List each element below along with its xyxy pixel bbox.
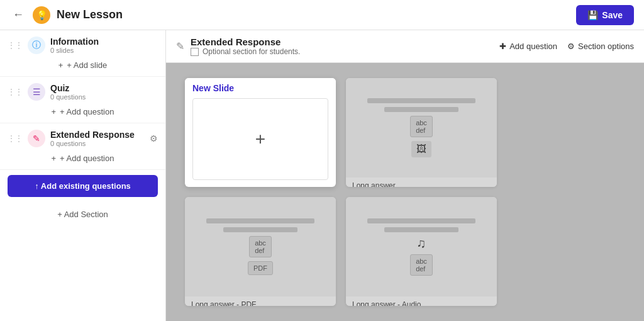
app-icon: 💡 (33, 6, 50, 24)
content-topbar: ✎ Extended Response Optional section for… (166, 30, 644, 63)
plus-icon: + (52, 107, 57, 116)
add-slide-button[interactable]: + + Add slide (0, 57, 165, 76)
text-box-pdf-icon: abcdef (249, 236, 272, 257)
template-card-long-answer-audio[interactable]: ♫ abcdef Long answer - Audio (346, 197, 497, 306)
template-card-long-answer-pdf[interactable]: abcdef PDF Long answer - PDF (185, 197, 336, 306)
add-question-quiz-button[interactable]: + + Add question (0, 103, 165, 123)
plus-icon: + (58, 60, 64, 70)
section-name-extended: Extended Response (50, 130, 145, 140)
template-line-pdf-2 (223, 227, 298, 232)
extended-section-icon: ✎ (28, 130, 45, 147)
template-line-audio-2 (384, 227, 459, 232)
add-question-topbar-button[interactable]: ✚ Add question (499, 42, 557, 51)
template-line-pdf-1 (206, 218, 315, 223)
plus-icon: + (52, 154, 57, 163)
new-slide-label: New Slide (185, 78, 336, 98)
edit-icon[interactable]: ✎ (176, 40, 184, 52)
add-existing-button[interactable]: ↑ Add existing questions (8, 175, 158, 197)
header-left: ← 💡 New Lesson (10, 6, 123, 24)
section-item-information: ⋮⋮ ⓘ Information 0 slides + + Add slide (0, 30, 165, 77)
section-text-information: Information 0 slides (50, 37, 158, 54)
section-header-information[interactable]: ⋮⋮ ⓘ Information 0 slides (0, 30, 165, 57)
back-button[interactable]: ← (10, 6, 26, 24)
topbar-section-info: Extended Response Optional section for s… (191, 37, 300, 56)
section-name-quiz: Quiz (50, 83, 158, 93)
template-thumb-long-answer: abcdef 🖼 (346, 78, 497, 177)
image-icon: 🖼 (416, 144, 426, 154)
template-card-long-answer[interactable]: abcdef 🖼 Long answer (346, 78, 497, 187)
section-item-quiz: ⋮⋮ ☰ Quiz 0 questions + + Add question (0, 77, 165, 123)
add-question-extended-button[interactable]: + + Add question (0, 150, 165, 169)
section-sub-extended: 0 questions (50, 140, 145, 147)
section-header-extended[interactable]: ⋮⋮ ✎ Extended Response 0 questions ⚙ (0, 123, 165, 150)
new-slide-card[interactable]: New Slide + Blank slide (185, 78, 336, 187)
blank-slide-label: Blank slide (185, 185, 336, 187)
quiz-section-icon: ☰ (28, 83, 45, 101)
drag-handle-extended: ⋮⋮ (8, 134, 23, 143)
topbar-right: ✚ Add question ⚙ Section options (499, 42, 634, 51)
plus-circle-icon: ✚ (499, 42, 506, 51)
save-button[interactable]: 💾 Save (576, 5, 634, 25)
topbar-left: ✎ Extended Response Optional section for… (176, 37, 300, 56)
optional-checkbox[interactable] (191, 48, 199, 56)
section-sub-information: 0 slides (50, 47, 158, 54)
slide-grid: New Slide + Blank slide abcdef 🖼 Long an… (166, 63, 644, 321)
section-name-information: Information (50, 37, 158, 47)
optional-check: Optional section for students. (191, 47, 300, 56)
section-sub-quiz: 0 questions (50, 93, 158, 101)
header: ← 💡 New Lesson 💾 Save (0, 0, 644, 30)
content-area: ✎ Extended Response Optional section for… (166, 30, 644, 321)
long-answer-pdf-label: Long answer - PDF (185, 296, 336, 306)
text-box-icon: abcdef (410, 116, 433, 137)
blank-slide-thumb[interactable]: + (192, 98, 328, 180)
drag-handle-quiz: ⋮⋮ (8, 87, 23, 96)
text-box-audio-icon: abcdef (410, 254, 433, 276)
topbar-title: Extended Response (191, 37, 300, 47)
add-slide-icon: + (255, 129, 265, 149)
section-text-quiz: Quiz 0 questions (50, 83, 158, 101)
template-line-1 (367, 98, 476, 103)
info-section-icon: ⓘ (28, 37, 45, 54)
template-line-audio-1 (367, 218, 476, 223)
long-answer-label: Long answer (346, 177, 497, 187)
section-header-quiz[interactable]: ⋮⋮ ☰ Quiz 0 questions (0, 77, 165, 103)
main-layout: ⋮⋮ ⓘ Information 0 slides + + Add slide … (0, 30, 644, 321)
template-thumb-pdf: abcdef PDF (185, 197, 336, 296)
gear-icon-extended[interactable]: ⚙ (150, 133, 158, 144)
music-note-icon: ♫ (417, 236, 426, 251)
template-thumb-audio: ♫ abcdef (346, 197, 497, 296)
save-icon: 💾 (587, 10, 598, 20)
section-item-extended: ⋮⋮ ✎ Extended Response 0 questions ⚙ + +… (0, 123, 165, 170)
pdf-icon: PDF (253, 264, 267, 272)
add-section-button[interactable]: + Add Section (0, 202, 165, 227)
section-options-button[interactable]: ⚙ Section options (567, 42, 634, 51)
long-answer-audio-label: Long answer - Audio (346, 296, 497, 306)
section-text-extended: Extended Response 0 questions (50, 130, 145, 147)
template-line-2 (384, 107, 459, 112)
sidebar: ⋮⋮ ⓘ Information 0 slides + + Add slide … (0, 30, 166, 321)
gear-icon: ⚙ (567, 42, 575, 51)
page-title: New Lesson (57, 8, 123, 21)
drag-handle-information: ⋮⋮ (8, 41, 23, 50)
